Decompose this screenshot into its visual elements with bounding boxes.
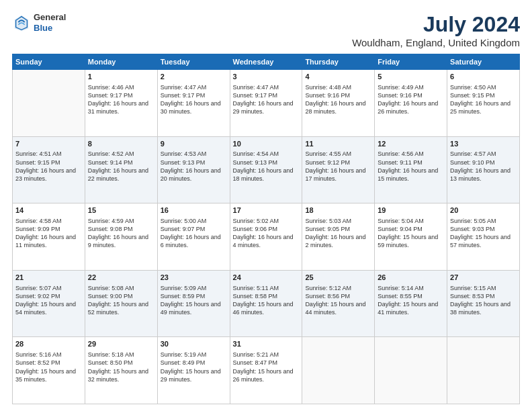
- daylight-text: Daylight: 16 hours and: [450, 100, 511, 107]
- daylight-minutes-text: 49 minutes.: [161, 309, 192, 316]
- calendar-cell: 21Sunrise: 5:07 AMSunset: 9:02 PMDayligh…: [13, 270, 85, 337]
- daylight-text: Daylight: 16 hours and: [15, 167, 76, 174]
- day-number: 24: [233, 273, 300, 283]
- day-number: 23: [161, 273, 227, 283]
- calendar-cell: [375, 337, 447, 404]
- calendar-cell: 1Sunrise: 4:46 AMSunset: 9:17 PMDaylight…: [85, 70, 157, 137]
- day-number: 26: [378, 273, 444, 283]
- calendar-cell: 17Sunrise: 5:02 AMSunset: 9:06 PMDayligh…: [230, 203, 302, 271]
- daylight-minutes-text: 18 minutes.: [233, 175, 265, 182]
- sunrise-text: Sunrise: 5:12 AM: [305, 285, 351, 291]
- calendar-week-row: 1Sunrise: 4:46 AMSunset: 9:17 PMDaylight…: [13, 70, 520, 137]
- daylight-text: Daylight: 15 hours and: [88, 368, 148, 375]
- daylight-minutes-text: 28 minutes.: [305, 108, 337, 115]
- sunrise-text: Sunrise: 4:54 AM: [233, 150, 279, 157]
- calendar-cell: 23Sunrise: 5:09 AMSunset: 8:59 PMDayligh…: [157, 270, 230, 337]
- day-number: 19: [378, 205, 444, 216]
- calendar-cell: 15Sunrise: 4:59 AMSunset: 9:08 PMDayligh…: [85, 203, 157, 271]
- daylight-text: Daylight: 16 hours and: [161, 167, 221, 174]
- daylight-minutes-text: 30 minutes.: [161, 108, 192, 115]
- sunset-text: Sunset: 9:11 PM: [378, 159, 423, 166]
- daylight-minutes-text: 35 minutes.: [15, 376, 47, 383]
- calendar-cell: 20Sunrise: 5:05 AMSunset: 9:03 PMDayligh…: [447, 203, 520, 271]
- calendar-cell: 7Sunrise: 4:51 AMSunset: 9:15 PMDaylight…: [13, 136, 85, 203]
- day-header-saturday: Saturday: [447, 54, 520, 70]
- daylight-minutes-text: 2 minutes.: [305, 242, 333, 248]
- day-number: 11: [305, 139, 371, 149]
- daylight-minutes-text: 25 minutes.: [450, 108, 482, 115]
- calendar-cell: 2Sunrise: 4:47 AMSunset: 9:17 PMDaylight…: [157, 70, 230, 137]
- sunset-text: Sunset: 8:58 PM: [233, 293, 278, 300]
- daylight-text: Daylight: 15 hours and: [161, 301, 221, 308]
- sunset-text: Sunset: 8:49 PM: [161, 359, 206, 366]
- calendar-week-row: 7Sunrise: 4:51 AMSunset: 9:15 PMDaylight…: [13, 136, 520, 203]
- sunset-text: Sunset: 9:06 PM: [233, 226, 278, 232]
- day-number: 16: [161, 205, 227, 216]
- sunrise-text: Sunrise: 5:07 AM: [15, 285, 62, 291]
- calendar-table: SundayMondayTuesdayWednesdayThursdayFrid…: [12, 54, 520, 404]
- sunset-text: Sunset: 9:02 PM: [15, 293, 60, 300]
- calendar-cell: 14Sunrise: 4:58 AMSunset: 9:09 PMDayligh…: [13, 203, 85, 271]
- sunset-text: Sunset: 8:53 PM: [450, 293, 495, 300]
- sunrise-text: Sunrise: 4:51 AM: [15, 150, 62, 157]
- sunrise-text: Sunrise: 4:53 AM: [161, 150, 207, 157]
- daylight-text: Daylight: 16 hours and: [88, 234, 148, 240]
- daylight-minutes-text: 23 minutes.: [15, 175, 47, 182]
- daylight-minutes-text: 59 minutes.: [378, 242, 409, 248]
- sunset-text: Sunset: 9:12 PM: [305, 159, 350, 166]
- daylight-minutes-text: 22 minutes.: [88, 175, 120, 182]
- sunset-text: Sunset: 9:07 PM: [161, 226, 206, 232]
- daylight-minutes-text: 29 minutes.: [161, 376, 192, 383]
- day-number: 20: [450, 205, 517, 216]
- sunrise-text: Sunrise: 5:16 AM: [15, 351, 62, 358]
- sunrise-text: Sunrise: 4:47 AM: [233, 84, 279, 91]
- day-number: 5: [378, 72, 444, 82]
- calendar-cell: 3Sunrise: 4:47 AMSunset: 9:17 PMDaylight…: [230, 70, 302, 137]
- daylight-text: Daylight: 16 hours and: [378, 100, 438, 107]
- logo-icon: [12, 13, 31, 32]
- sunset-text: Sunset: 9:15 PM: [450, 92, 495, 99]
- sunset-text: Sunset: 9:17 PM: [161, 92, 206, 99]
- calendar-cell: 25Sunrise: 5:12 AMSunset: 8:56 PMDayligh…: [302, 270, 375, 337]
- daylight-minutes-text: 26 minutes.: [233, 376, 265, 383]
- daylight-minutes-text: 38 minutes.: [450, 309, 482, 316]
- sunset-text: Sunset: 9:00 PM: [88, 293, 133, 300]
- sunrise-text: Sunrise: 4:50 AM: [450, 84, 496, 91]
- sunrise-text: Sunrise: 5:18 AM: [88, 351, 134, 358]
- daylight-minutes-text: 20 minutes.: [161, 175, 192, 182]
- sunrise-text: Sunrise: 4:47 AM: [161, 84, 207, 91]
- calendar-cell: 22Sunrise: 5:08 AMSunset: 9:00 PMDayligh…: [85, 270, 157, 337]
- sunset-text: Sunset: 8:50 PM: [88, 359, 133, 366]
- daylight-text: Daylight: 15 hours and: [450, 234, 511, 240]
- daylight-text: Daylight: 16 hours and: [305, 167, 365, 174]
- daylight-minutes-text: 6 minutes.: [161, 242, 189, 248]
- daylight-text: Daylight: 16 hours and: [378, 167, 438, 174]
- day-number: 29: [88, 339, 154, 349]
- daylight-minutes-text: 41 minutes.: [378, 309, 409, 316]
- day-number: 10: [233, 139, 300, 149]
- sunset-text: Sunset: 8:47 PM: [233, 359, 278, 366]
- daylight-minutes-text: 32 minutes.: [88, 376, 120, 383]
- day-number: 3: [233, 72, 300, 82]
- sunset-text: Sunset: 9:13 PM: [233, 159, 278, 166]
- calendar-cell: 11Sunrise: 4:55 AMSunset: 9:12 PMDayligh…: [302, 136, 375, 203]
- daylight-minutes-text: 44 minutes.: [305, 309, 337, 316]
- daylight-minutes-text: 54 minutes.: [15, 309, 47, 316]
- sunrise-text: Sunrise: 4:55 AM: [305, 150, 351, 157]
- sunset-text: Sunset: 8:56 PM: [305, 293, 350, 300]
- page: General Blue July 2024 Wouldham, England…: [0, 0, 532, 411]
- sunrise-text: Sunrise: 5:09 AM: [161, 285, 207, 291]
- sunset-text: Sunset: 8:55 PM: [378, 293, 423, 300]
- daylight-minutes-text: 26 minutes.: [378, 108, 409, 115]
- daylight-minutes-text: 29 minutes.: [233, 108, 265, 115]
- daylight-minutes-text: 11 minutes.: [15, 242, 47, 248]
- sunset-text: Sunset: 9:17 PM: [233, 92, 278, 99]
- sunset-text: Sunset: 9:10 PM: [450, 159, 495, 166]
- day-number: 17: [233, 205, 300, 216]
- sunset-text: Sunset: 9:04 PM: [378, 226, 423, 232]
- daylight-text: Daylight: 16 hours and: [233, 167, 294, 174]
- daylight-text: Daylight: 16 hours and: [305, 100, 365, 107]
- day-header-friday: Friday: [375, 54, 447, 70]
- daylight-text: Daylight: 16 hours and: [233, 100, 294, 107]
- sunrise-text: Sunrise: 4:57 AM: [450, 150, 496, 157]
